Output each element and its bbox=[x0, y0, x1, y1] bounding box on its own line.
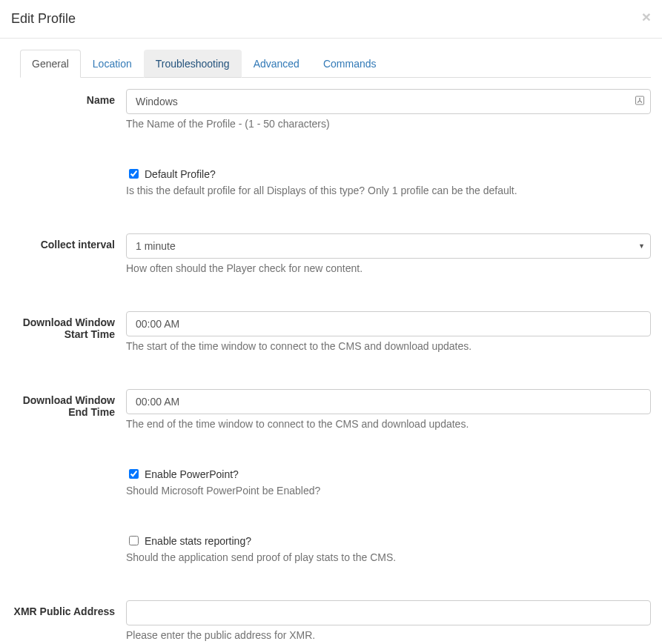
tab-commands-label: Commands bbox=[311, 50, 388, 78]
modal-body: General Location Troubleshooting Advance… bbox=[0, 39, 662, 644]
name-help: The Name of the Profile - (1 - 50 charac… bbox=[126, 118, 651, 130]
form: Name The Name of the Profile - (1 - 50 c… bbox=[11, 78, 651, 644]
xmr-label: XMR Public Address bbox=[11, 600, 126, 617]
enable-ppt-text: Enable PowerPoint? bbox=[145, 468, 239, 480]
modal-header: Edit Profile × bbox=[0, 0, 662, 39]
tab-general[interactable]: General bbox=[20, 50, 81, 78]
collect-interval-help: How often should the Player check for ne… bbox=[126, 262, 651, 274]
tab-commands[interactable]: Commands bbox=[311, 50, 388, 78]
enable-ppt-checkbox[interactable] bbox=[129, 469, 139, 479]
form-group-name: Name The Name of the Profile - (1 - 50 c… bbox=[11, 89, 651, 137]
form-group-enable-stats: Enable stats reporting? Should the appli… bbox=[11, 534, 651, 571]
download-start-label: Download Window Start Time bbox=[11, 311, 126, 340]
form-group-enable-ppt: Enable PowerPoint? Should Microsoft Powe… bbox=[11, 467, 651, 504]
default-profile-checkbox[interactable] bbox=[129, 169, 139, 179]
enable-stats-help: Should the application send proof of pla… bbox=[126, 551, 651, 563]
tab-general-label: General bbox=[20, 50, 81, 78]
nav-tabs: General Location Troubleshooting Advance… bbox=[20, 50, 651, 78]
tab-troubleshooting-label: Troubleshooting bbox=[144, 50, 242, 78]
tab-troubleshooting[interactable]: Troubleshooting bbox=[144, 50, 242, 78]
tab-advanced[interactable]: Advanced bbox=[242, 50, 311, 78]
name-label: Name bbox=[11, 89, 126, 106]
tab-location[interactable]: Location bbox=[81, 50, 144, 78]
enable-stats-text: Enable stats reporting? bbox=[145, 535, 251, 547]
download-start-input[interactable] bbox=[126, 311, 651, 336]
enable-ppt-help: Should Microsoft PowerPoint be Enabled? bbox=[126, 485, 651, 497]
name-input[interactable] bbox=[126, 89, 651, 114]
form-group-xmr: XMR Public Address Please enter the publ… bbox=[11, 600, 651, 644]
close-icon: × bbox=[642, 8, 651, 25]
download-end-label: Download Window End Time bbox=[11, 389, 126, 418]
enable-stats-checkbox-label[interactable]: Enable stats reporting? bbox=[126, 534, 251, 548]
download-end-help: The end of the time window to connect to… bbox=[126, 418, 651, 430]
form-group-download-start: Download Window Start Time The start of … bbox=[11, 311, 651, 359]
collect-interval-select[interactable]: 1 minute bbox=[126, 233, 651, 259]
xmr-input[interactable] bbox=[126, 600, 651, 625]
form-group-default-profile: Default Profile? Is this the default pro… bbox=[11, 167, 651, 204]
tab-location-label: Location bbox=[81, 50, 144, 78]
form-group-collect-interval: Collect interval 1 minute How often shou… bbox=[11, 233, 651, 282]
enable-ppt-checkbox-label[interactable]: Enable PowerPoint? bbox=[126, 467, 239, 481]
modal-title: Edit Profile bbox=[11, 11, 651, 27]
xmr-help: Please enter the public address for XMR. bbox=[126, 629, 651, 641]
default-profile-help: Is this the default profile for all Disp… bbox=[126, 185, 651, 196]
download-start-help: The start of the time window to connect … bbox=[126, 340, 651, 352]
default-profile-text: Default Profile? bbox=[145, 168, 216, 180]
enable-stats-checkbox[interactable] bbox=[129, 536, 139, 545]
tab-advanced-label: Advanced bbox=[242, 50, 311, 78]
close-button[interactable]: × bbox=[642, 9, 651, 24]
form-group-download-end: Download Window End Time The end of the … bbox=[11, 389, 651, 437]
collect-interval-label: Collect interval bbox=[11, 233, 126, 250]
download-end-input[interactable] bbox=[126, 389, 651, 414]
default-profile-checkbox-label[interactable]: Default Profile? bbox=[126, 167, 216, 181]
